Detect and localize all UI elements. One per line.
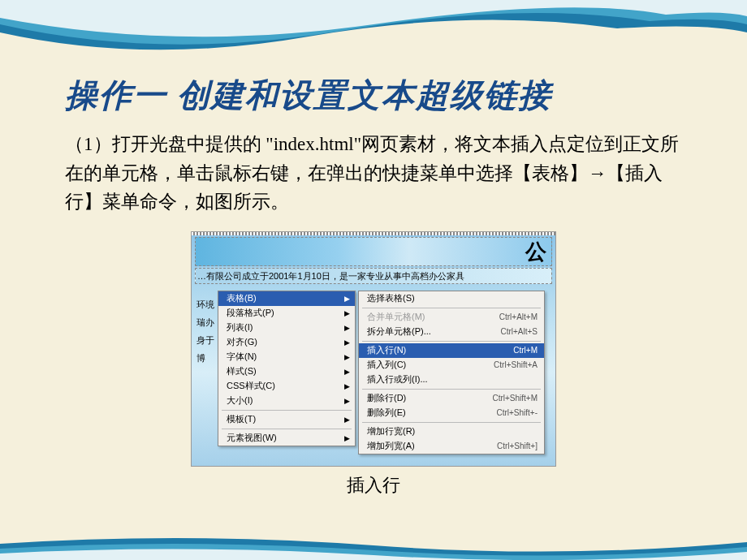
- menu-separator: [362, 422, 541, 423]
- menu-item-css-style[interactable]: CSS样式(C) ▶: [218, 379, 355, 394]
- embedded-screenshot: 公 …有限公司成立于2001年1月10日，是一家专业从事中高档办公家具 环境 瑞…: [191, 231, 556, 467]
- menu-item-insert-column[interactable]: 插入列(C) Ctrl+Shift+A: [359, 358, 544, 373]
- menu-item-paragraph-format[interactable]: 段落格式(P) ▶: [218, 306, 355, 321]
- submenu-arrow-icon: ▶: [344, 397, 350, 405]
- submenu-arrow-icon: ▶: [344, 353, 350, 361]
- slide-body-text: （1）打开光盘中提供的 "index.html"网页素材，将文本插入点定位到正文…: [65, 130, 682, 217]
- fragment: 博: [196, 349, 214, 367]
- submenu-arrow-icon: ▶: [344, 338, 350, 347]
- submenu-arrow-icon: ▶: [344, 324, 350, 332]
- context-menu-primary: 表格(B) ▶ 段落格式(P) ▶ 列表(I) ▶ 对齐(G) ▶ 字体(N): [218, 291, 356, 446]
- menu-item-insert-row[interactable]: 插入行(N) Ctrl+M: [359, 343, 544, 358]
- fragment: 环境: [196, 295, 214, 313]
- fragment: 瑞办: [196, 313, 214, 331]
- submenu-arrow-icon: ▶: [344, 416, 350, 424]
- figure-caption: 插入行: [347, 473, 400, 498]
- slide-title: 操作一 创建和设置文本超级链接: [65, 73, 682, 118]
- left-text-fragments: 环境 瑞办 身于 博: [196, 295, 214, 367]
- menu-item-template[interactable]: 模板(T) ▶: [218, 412, 355, 427]
- submenu-arrow-icon: ▶: [344, 382, 350, 390]
- menu-item-split-cell[interactable]: 拆分单元格(P)... Ctrl+Alt+S: [359, 325, 544, 339]
- submenu-arrow-icon: ▶: [344, 309, 350, 317]
- menu-item-select-table[interactable]: 选择表格(S): [359, 291, 544, 306]
- menu-item-increase-col-width[interactable]: 增加列宽(A) Ctrl+Shift+]: [359, 439, 544, 454]
- menu-separator: [362, 389, 541, 390]
- submenu-arrow-icon: ▶: [344, 368, 350, 376]
- menu-item-table[interactable]: 表格(B) ▶: [218, 291, 355, 306]
- menu-item-font[interactable]: 字体(N) ▶: [218, 350, 355, 364]
- menu-item-insert-row-or-column[interactable]: 插入行或列(I)...: [359, 373, 544, 387]
- menu-item-size[interactable]: 大小(I) ▶: [218, 394, 355, 408]
- fragment: 身于: [196, 331, 214, 349]
- menu-item-increase-row-width[interactable]: 增加行宽(R): [359, 424, 544, 439]
- submenu-arrow-icon: ▶: [344, 434, 350, 442]
- menu-item-list[interactable]: 列表(I) ▶: [218, 321, 355, 335]
- menu-item-style[interactable]: 样式(S) ▶: [218, 364, 355, 379]
- menu-item-delete-row[interactable]: 删除行(D) Ctrl+Shift+M: [359, 391, 544, 406]
- menu-item-delete-column[interactable]: 删除列(E) Ctrl+Shift+-: [359, 406, 544, 420]
- screenshot-banner: 公: [195, 237, 552, 266]
- banner-text: 公: [525, 238, 546, 266]
- menu-item-element-view[interactable]: 元素视图(W) ▶: [218, 431, 355, 446]
- menu-item-merge-cells[interactable]: 合并单元格(M) Ctrl+Alt+M: [359, 310, 544, 325]
- screenshot-body-fragment: …有限公司成立于2001年1月10日，是一家专业从事中高档办公家具: [195, 268, 552, 284]
- menu-separator: [362, 341, 541, 342]
- submenu-arrow-icon: ▶: [344, 295, 350, 303]
- menu-item-align[interactable]: 对齐(G) ▶: [218, 335, 355, 350]
- menu-separator: [362, 308, 541, 308]
- decorative-wave-bottom: [0, 536, 747, 560]
- menu-separator: [222, 410, 352, 411]
- context-submenu-table: 选择表格(S) 合并单元格(M) Ctrl+Alt+M 拆分单元格(P)... …: [358, 291, 545, 454]
- menu-separator: [222, 429, 352, 429]
